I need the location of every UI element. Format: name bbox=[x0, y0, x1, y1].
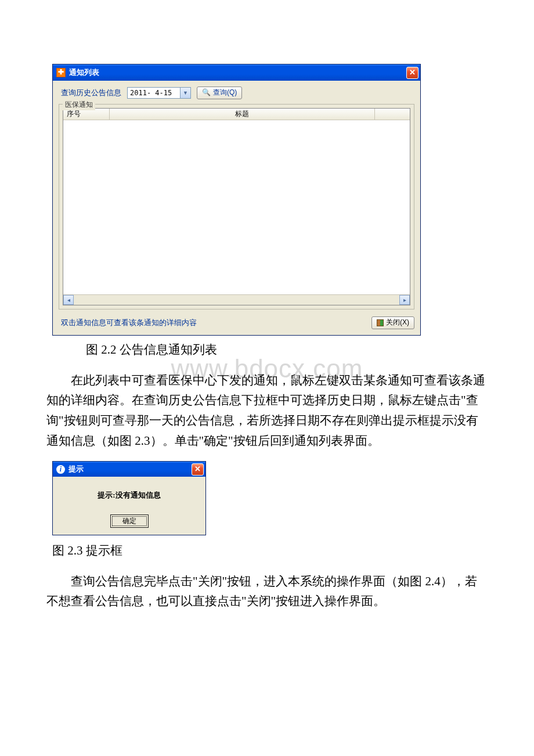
bottom-row: 双击通知信息可查看该条通知的详细内容 关闭(X) bbox=[59, 309, 414, 329]
paragraph-1: 在此列表中可查看医保中心下发的通知，鼠标左键双击某条通知可查看该条通知的详细内容… bbox=[46, 370, 488, 451]
close-button-label: 关闭(X) bbox=[386, 317, 409, 328]
scroll-left-icon[interactable]: ◂ bbox=[63, 295, 74, 305]
h-scrollbar[interactable]: ◂ ▸ bbox=[63, 294, 410, 305]
col-title[interactable]: 标题 bbox=[110, 109, 375, 120]
fieldset-legend: 医保通知 bbox=[63, 99, 95, 110]
titlebar: ✚ 通知列表 ✕ bbox=[53, 64, 420, 81]
figure-caption-2-3: 图 2.3 提示框 bbox=[52, 541, 488, 561]
query-label: 查询历史公告信息 bbox=[61, 87, 121, 99]
listview-header: 序号 标题 bbox=[63, 109, 410, 120]
info-icon: i bbox=[56, 465, 65, 474]
ok-button[interactable]: 确定 bbox=[110, 514, 149, 528]
hint-text: 双击通知信息可查看该条通知的详细内容 bbox=[59, 317, 366, 329]
figure-caption-2-2: 图 2.2 公告信息通知列表 bbox=[86, 340, 488, 360]
date-input[interactable] bbox=[128, 88, 180, 98]
window-title: 提示 bbox=[68, 463, 84, 476]
exit-icon bbox=[377, 319, 384, 326]
close-button[interactable]: 关闭(X) bbox=[371, 316, 414, 329]
notice-listview[interactable]: 序号 标题 ◂ ▸ bbox=[63, 108, 410, 305]
query-row: 查询历史公告信息 ▼ 🔍 查询(Q) bbox=[59, 85, 414, 104]
listview-body[interactable] bbox=[63, 120, 410, 294]
close-icon[interactable]: ✕ bbox=[406, 67, 418, 79]
prompt-message: 提示:没有通知信息 bbox=[57, 489, 201, 502]
query-button-label: 查询(Q) bbox=[213, 87, 237, 98]
prompt-window: i 提示 ✕ 提示:没有通知信息 确定 bbox=[52, 461, 206, 535]
notification-list-window: ✚ 通知列表 ✕ 查询历史公告信息 ▼ 🔍 查询(Q) 医保通知 bbox=[52, 64, 421, 336]
titlebar: i 提示 ✕ bbox=[53, 462, 205, 477]
scroll-right-icon[interactable]: ▸ bbox=[399, 295, 410, 305]
app-icon: ✚ bbox=[56, 68, 66, 77]
window-title: 通知列表 bbox=[69, 67, 99, 79]
search-icon: 🔍 bbox=[202, 87, 211, 98]
notice-fieldset: 医保通知 序号 标题 ◂ ▸ bbox=[59, 104, 414, 309]
paragraph-2: 查询公告信息完毕点击"关闭"按钮，进入本系统的操作界面（如图 2.4），若不想查… bbox=[46, 571, 488, 611]
close-icon[interactable]: ✕ bbox=[192, 463, 204, 476]
col-spacer bbox=[375, 109, 410, 120]
query-button[interactable]: 🔍 查询(Q) bbox=[197, 87, 242, 99]
date-combo[interactable]: ▼ bbox=[127, 87, 191, 99]
chevron-down-icon[interactable]: ▼ bbox=[180, 88, 190, 98]
